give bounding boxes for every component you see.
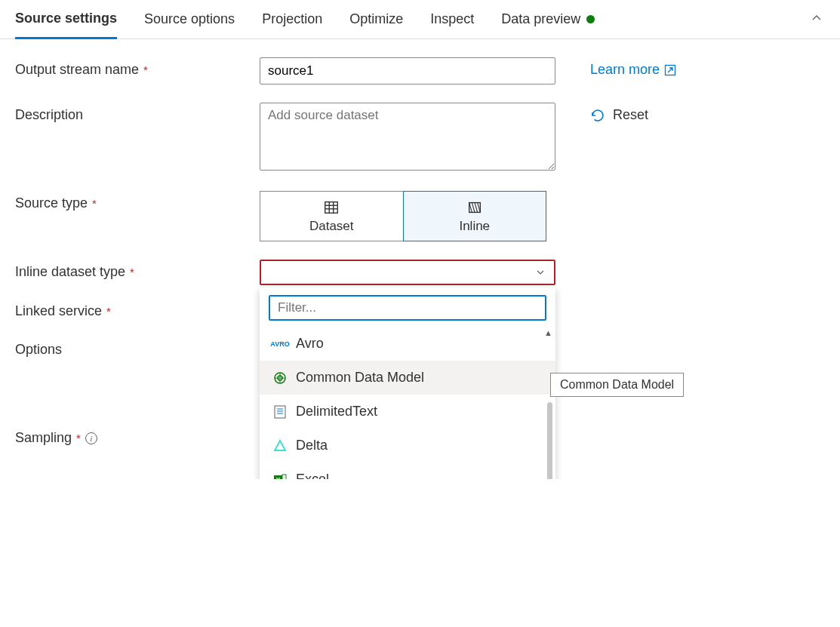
tab-optimize[interactable]: Optimize <box>349 1 403 38</box>
source-type-toggle: Dataset Inline <box>260 191 546 241</box>
inline-dataset-type-label: Inline dataset type * <box>15 260 260 280</box>
required-marker: * <box>106 305 111 318</box>
info-icon[interactable]: i <box>85 432 97 444</box>
chevron-down-icon <box>536 268 545 277</box>
status-dot-icon <box>586 15 595 23</box>
learn-more-link[interactable]: Learn more <box>590 62 676 78</box>
tab-data-preview[interactable]: Data preview <box>501 1 595 38</box>
linked-service-label: Linked service * <box>15 299 260 319</box>
dropdown-item-delimitedtext[interactable]: DelimitedText <box>260 395 555 429</box>
inline-dataset-type-dropdown: ▲ AVRO Avro Common Data Model <box>260 287 555 479</box>
dropdown-item-common-data-model[interactable]: Common Data Model <box>260 361 555 395</box>
required-marker: * <box>92 197 97 210</box>
source-type-label: Source type * <box>15 191 260 211</box>
dropdown-item-tooltip: Common Data Model <box>550 373 684 397</box>
delta-icon <box>273 439 287 453</box>
output-stream-name-input[interactable] <box>260 57 555 85</box>
sampling-label: Sampling * i <box>15 426 260 446</box>
tab-bar: Source settings Source options Projectio… <box>0 0 840 39</box>
source-type-inline-button[interactable]: Inline <box>403 191 547 241</box>
dropdown-filter-input[interactable] <box>269 295 546 321</box>
source-type-dataset-button[interactable]: Dataset <box>260 191 403 241</box>
external-link-icon <box>664 64 676 76</box>
svg-rect-1 <box>325 201 338 213</box>
avro-icon: AVRO <box>273 337 287 351</box>
inline-dataset-type-combo[interactable] <box>260 260 555 285</box>
tab-inspect[interactable]: Inspect <box>430 1 474 38</box>
tab-source-settings[interactable]: Source settings <box>15 0 117 39</box>
table-icon <box>323 199 340 216</box>
tab-source-options[interactable]: Source options <box>144 1 235 38</box>
description-label: Description <box>15 103 260 123</box>
dropdown-scrollbar[interactable] <box>547 402 552 479</box>
options-label: Options <box>15 337 260 358</box>
tab-projection[interactable]: Projection <box>262 1 322 38</box>
required-marker: * <box>76 432 81 444</box>
inline-label: Inline <box>459 219 490 234</box>
reset-button[interactable]: Reset <box>590 107 648 123</box>
reset-icon <box>590 108 605 123</box>
csv-icon <box>273 405 287 419</box>
inline-icon <box>466 199 483 216</box>
dropdown-item-delta[interactable]: Delta <box>260 429 555 463</box>
svg-rect-11 <box>275 406 285 418</box>
dropdown-item-avro[interactable]: AVRO Avro <box>260 327 555 361</box>
dropdown-item-excel[interactable]: X Excel <box>260 463 555 479</box>
collapse-panel-button[interactable] <box>811 13 825 26</box>
dataset-label: Dataset <box>309 219 354 234</box>
cdm-icon <box>273 371 287 385</box>
output-stream-name-label: Output stream name * <box>15 57 260 78</box>
scroll-up-icon[interactable]: ▲ <box>544 328 552 337</box>
svg-text:X: X <box>275 476 280 480</box>
excel-icon: X <box>273 473 287 480</box>
description-input[interactable] <box>260 103 555 171</box>
required-marker: * <box>130 266 134 278</box>
source-settings-form: Output stream name * Learn more Descript… <box>0 39 840 479</box>
required-marker: * <box>143 63 148 76</box>
svg-rect-17 <box>282 475 286 480</box>
